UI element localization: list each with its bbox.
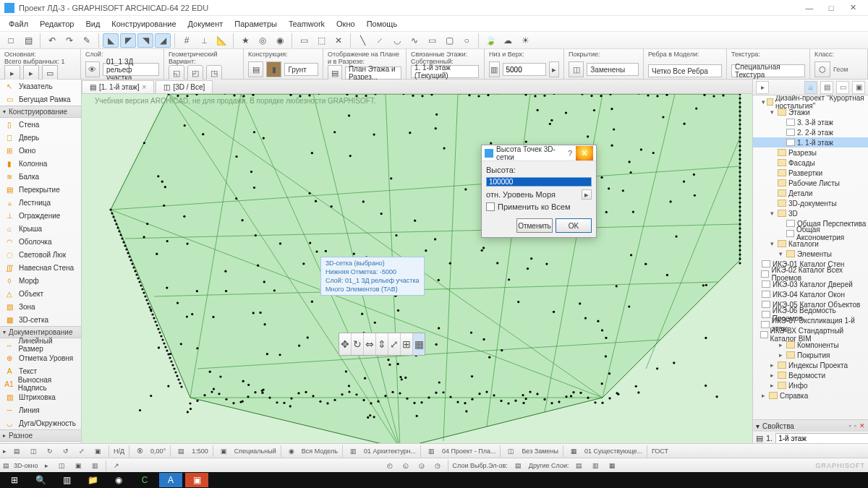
- archicad-task-icon[interactable]: A: [159, 473, 182, 487]
- tool-Световой Люк[interactable]: ◌Световой Люк: [0, 248, 81, 261]
- tool-Линия[interactable]: ─Линия: [0, 403, 81, 416]
- menu-teamwork[interactable]: Teamwork: [283, 17, 331, 30]
- snap-a-icon[interactable]: ◣: [103, 33, 119, 48]
- pet-edit-icon[interactable]: ▦: [413, 333, 425, 355]
- tab-close-icon[interactable]: ×: [142, 83, 147, 91]
- navigator-tree[interactable]: ▾Дизайн-проект "Курортная ностальгия"▾Эт…: [753, 95, 868, 419]
- dialog-close-button[interactable]: ✕: [576, 146, 593, 160]
- niz-more[interactable]: ▸: [549, 61, 560, 77]
- tool-3D-сетка[interactable]: ▩3D-сетка: [0, 313, 81, 326]
- group-misc[interactable]: ▸Разное: [0, 429, 81, 442]
- niz-input[interactable]: [503, 63, 546, 76]
- tree-node[interactable]: ИКЭ-02 Каталог Всех Проемов: [753, 269, 868, 279]
- menu-options[interactable]: Параметры: [229, 17, 283, 30]
- redo-icon[interactable]: ↷: [61, 33, 77, 48]
- ghost-icon[interactable]: ◎: [255, 33, 271, 48]
- pet-mirror-icon[interactable]: ⇔: [364, 333, 376, 355]
- tab-floor1[interactable]: ▤[1. 1-й этаж]×: [82, 80, 154, 93]
- tree-node[interactable]: Разрезы: [753, 147, 868, 158]
- tool-Ограждение[interactable]: ⊥Ограждение: [0, 209, 81, 222]
- tree-node[interactable]: ▸Покрытия: [753, 350, 868, 360]
- eco-icon[interactable]: 🍃: [482, 33, 498, 48]
- tool-Дверь[interactable]: ⎕Дверь: [0, 131, 81, 144]
- tool-Лестница[interactable]: ▵Лестница: [0, 196, 81, 209]
- search-icon[interactable]: 🔍: [29, 473, 52, 487]
- minimize-button[interactable]: —: [799, 1, 820, 14]
- maximize-button[interactable]: □: [820, 1, 842, 14]
- tool-Стена[interactable]: ▯Стена: [0, 118, 81, 131]
- cancel-button[interactable]: Отменить: [516, 218, 553, 233]
- geom-a[interactable]: ◱: [169, 65, 184, 81]
- grid-icon[interactable]: #: [179, 33, 195, 48]
- poly-icon[interactable]: ⟋: [372, 33, 388, 48]
- undo-icon[interactable]: ↶: [44, 33, 60, 48]
- ref-more-button[interactable]: ▸: [582, 189, 592, 200]
- layer-select[interactable]: 01_1 3Д рельеф участка: [103, 63, 159, 76]
- niz-btn[interactable]: ▥: [489, 61, 500, 77]
- konstr-mat[interactable]: ▮: [266, 61, 281, 77]
- tool-Зона[interactable]: ▧Зона: [0, 300, 81, 313]
- tree-node[interactable]: 3D-документы: [753, 198, 868, 208]
- tree-node[interactable]: Фасады: [753, 158, 868, 168]
- pet-stretch-icon[interactable]: ⤢: [388, 333, 401, 355]
- explorer-icon[interactable]: 📁: [81, 473, 104, 487]
- tree-node[interactable]: 1. 1-й этаж: [753, 137, 868, 147]
- layer-vis-icon[interactable]: 👁: [85, 61, 100, 77]
- tex-select[interactable]: Специальная Текстура: [731, 64, 805, 77]
- tool-Выносная Надпись[interactable]: A1Выносная Надпись: [0, 377, 81, 390]
- snap-b-icon[interactable]: ◤: [120, 33, 136, 48]
- geom-c[interactable]: ◳: [206, 65, 222, 81]
- delete-icon[interactable]: ✕: [331, 33, 346, 48]
- menu-help[interactable]: Помощь: [361, 17, 404, 30]
- tool-Морф[interactable]: ◊Морф: [0, 274, 81, 287]
- tree-node[interactable]: ▾3D: [753, 208, 868, 218]
- trace-icon[interactable]: ◉: [272, 33, 288, 48]
- chrome-icon[interactable]: ◉: [107, 473, 130, 487]
- apply-all-checkbox[interactable]: [486, 202, 495, 211]
- pet-elev-icon[interactable]: ⇕: [376, 333, 388, 355]
- tool-Навесная Стена[interactable]: ∭Навесная Стена: [0, 261, 81, 274]
- energy-icon[interactable]: ☁: [500, 33, 516, 48]
- tab-3d[interactable]: ◫[3D / Все]: [156, 80, 213, 93]
- app-c-icon[interactable]: C: [133, 473, 156, 487]
- tool-Перекрытие[interactable]: ▤Перекрытие: [0, 183, 81, 196]
- tree-node[interactable]: Детали: [753, 188, 868, 198]
- close-button[interactable]: ✕: [842, 1, 864, 14]
- ok-button[interactable]: OK: [556, 218, 592, 233]
- tree-node[interactable]: Развертки: [753, 168, 868, 178]
- tool-Бегущая Рамка[interactable]: ▭Бегущая Рамка: [0, 93, 81, 106]
- select-icon[interactable]: ⬚: [313, 33, 329, 48]
- menu-window[interactable]: Окно: [331, 17, 361, 30]
- marquee-icon[interactable]: ▭: [296, 33, 312, 48]
- sel-next[interactable]: ▸: [23, 65, 39, 81]
- drawing-canvas[interactable]: Учебная версия ARCHICAD, не для продажи.…: [82, 94, 752, 458]
- rrect-icon[interactable]: ▢: [441, 33, 457, 48]
- arc-icon[interactable]: ◡: [389, 33, 405, 48]
- tree-node[interactable]: ▾Дизайн-проект "Курортная ностальгия": [753, 97, 868, 107]
- tool-Штриховка[interactable]: ▨Штриховка: [0, 390, 81, 403]
- app-red-icon[interactable]: ▣: [185, 473, 208, 487]
- konstr-select[interactable]: Грунт: [284, 63, 318, 76]
- otob-btn[interactable]: ▤: [328, 65, 342, 81]
- tool-Указатель[interactable]: ↖Указатель: [0, 80, 81, 93]
- nav-pop-icon[interactable]: ▸: [756, 81, 769, 94]
- menu-design[interactable]: Конструирование: [106, 17, 182, 30]
- start-button[interactable]: ⊞: [3, 473, 26, 487]
- tree-node[interactable]: ▾Элементы: [753, 249, 868, 259]
- ruler-icon[interactable]: ⟂: [196, 33, 212, 48]
- measure-icon[interactable]: 📐: [213, 33, 229, 48]
- tool-Оболочка[interactable]: ◠Оболочка: [0, 235, 81, 248]
- nav-layout-icon[interactable]: ▭: [836, 81, 849, 94]
- tree-node[interactable]: ▸Инфо: [753, 380, 868, 390]
- tool-Колонна[interactable]: ▮Колонна: [0, 157, 81, 170]
- sel-btn[interactable]: ▸: [4, 65, 20, 81]
- open-icon[interactable]: ▤: [20, 33, 36, 48]
- konstr-btn[interactable]: ▤: [248, 61, 263, 77]
- nav-add-icon[interactable]: ▫: [849, 422, 851, 429]
- line-icon[interactable]: ╲: [354, 33, 370, 48]
- tree-node[interactable]: ИКЭ-04 Каталог Окон: [753, 289, 868, 299]
- tree-node[interactable]: 2. 2-й этаж: [753, 127, 868, 137]
- nav-del-icon[interactable]: ✕: [859, 422, 865, 429]
- tree-node[interactable]: Общая Аксонометрия: [753, 228, 868, 239]
- rebra-select[interactable]: Четко Все Ребра: [648, 64, 722, 77]
